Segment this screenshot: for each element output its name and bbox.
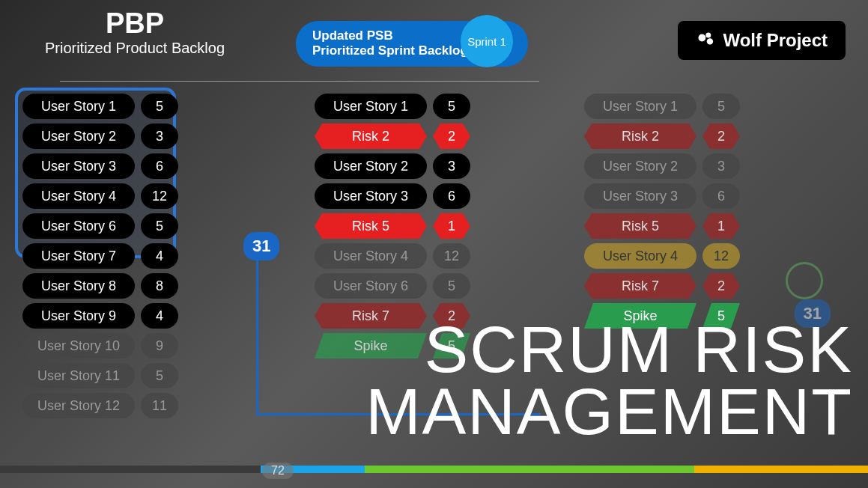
story-label: User Story 1 (22, 94, 135, 119)
risk-row: Risk 72 (584, 273, 801, 299)
story-label: User Story 12 (22, 393, 135, 418)
story-points: 5 (702, 94, 740, 119)
risk-points: 2 (433, 123, 470, 149)
story-label: User Story 3 (315, 183, 427, 209)
story-points: 3 (702, 153, 740, 179)
story-points: 3 (141, 123, 178, 149)
overlay-line2: Management (365, 380, 853, 443)
video-progress-bar[interactable] (0, 466, 868, 473)
svg-point-0 (699, 34, 706, 42)
progress-seg-1 (0, 466, 261, 473)
story-label: User Story 2 (584, 153, 696, 179)
story-points: 6 (433, 183, 470, 209)
story-points: 5 (433, 94, 470, 119)
story-points: 4 (141, 303, 178, 329)
story-label: User Story 2 (315, 153, 427, 179)
story-label: User Story 6 (22, 213, 135, 239)
story-label: User Story 1 (315, 94, 427, 119)
risk-label: Risk 2 (315, 123, 427, 149)
story-label: User Story 6 (315, 273, 427, 299)
story-points: 3 (433, 153, 470, 179)
story-points: 6 (141, 153, 178, 179)
story-label: User Story 4 (22, 183, 135, 209)
story-row: User Story 23 (315, 153, 532, 179)
pbp-header: PBP Prioritized Product Backlog (22, 7, 247, 56)
story-row: User Story 1211 (22, 393, 240, 418)
wolf-icon (696, 30, 717, 51)
progress-seg-4 (694, 466, 868, 473)
yellow-label: User Story 4 (584, 243, 696, 269)
risk-points: 2 (702, 123, 740, 149)
story-row: User Story 109 (22, 333, 240, 359)
svg-point-1 (706, 33, 711, 38)
risk-label: Risk 5 (315, 213, 427, 239)
story-points: 12 (433, 243, 470, 269)
story-points: 9 (141, 333, 178, 359)
velocity-badge: 31 (243, 232, 279, 260)
svg-point-2 (707, 38, 713, 44)
story-label: User Story 3 (22, 153, 135, 179)
story-label: User Story 8 (22, 273, 135, 299)
story-row: User Story 23 (22, 123, 240, 149)
progress-seg-3 (365, 466, 694, 473)
story-label: User Story 1 (584, 94, 696, 119)
wolf-label: Wolf Project (723, 30, 828, 51)
story-points: 5 (433, 273, 470, 299)
pbp-column: User Story 15User Story 23User Story 36U… (22, 94, 240, 418)
story-label: User Story 9 (22, 303, 135, 329)
risk-row: Risk 51 (315, 213, 532, 239)
risk-label: Risk 7 (584, 273, 696, 299)
risk-row: Risk 22 (584, 123, 801, 149)
overlay-title: Scrum Risk Management (365, 318, 853, 443)
story-row: User Story 74 (22, 243, 240, 269)
story-row: User Story 412 (22, 183, 240, 209)
overlay-line1: Scrum Risk (365, 318, 853, 381)
velocity-connector-v (256, 257, 258, 415)
story-row: User Story 65 (22, 213, 240, 239)
pbp-subtitle: Prioritized Product Backlog (22, 40, 247, 56)
story-row: User Story 94 (22, 303, 240, 329)
story-label: User Story 2 (22, 123, 135, 149)
story-row: User Story 23 (584, 153, 801, 179)
story-row: User Story 65 (315, 273, 532, 299)
story-row: User Story 88 (22, 273, 240, 299)
risk-label: Risk 2 (584, 123, 696, 149)
story-label: User Story 4 (315, 243, 427, 269)
story-row: User Story 412 (315, 243, 532, 269)
story-label: User Story 3 (584, 183, 696, 209)
risk-row: Risk 22 (315, 123, 532, 149)
sprint-circle: Sprint 1 (461, 15, 513, 67)
play-position: 72 (262, 463, 294, 479)
story-row: User Story 15 (22, 94, 240, 119)
story-row: User Story 36 (584, 183, 801, 209)
story-row: User Story 15 (315, 94, 532, 119)
story-points: 8 (141, 273, 178, 299)
story-row: User Story 15 (584, 94, 801, 119)
story-points: 12 (141, 183, 178, 209)
risk-row: Risk 51 (584, 213, 801, 239)
header-divider (60, 81, 539, 82)
risk-label: Risk 5 (584, 213, 696, 239)
story-points: 4 (141, 243, 178, 269)
story-points: 5 (141, 94, 178, 119)
psb-line2: Prioritized Sprint Backlog (312, 43, 468, 58)
risk-points: 1 (433, 213, 470, 239)
story-points: 6 (702, 183, 740, 209)
story-points: 11 (141, 393, 178, 418)
pbp-title: PBP (22, 7, 247, 40)
story-points: 5 (141, 363, 178, 388)
story-label: User Story 11 (22, 363, 135, 388)
story-label: User Story 10 (22, 333, 135, 359)
yellow-points: 12 (702, 243, 740, 269)
wolf-project-badge: Wolf Project (678, 21, 846, 60)
story-label: User Story 7 (22, 243, 135, 269)
yellow-row: User Story 412 (584, 243, 801, 269)
story-row: User Story 115 (22, 363, 240, 388)
story-row: User Story 36 (22, 153, 240, 179)
risk-points: 2 (702, 273, 740, 299)
psb-line1: Updated PSB (312, 28, 468, 43)
risk-points: 1 (702, 213, 740, 239)
story-row: User Story 36 (315, 183, 532, 209)
story-points: 5 (141, 213, 178, 239)
